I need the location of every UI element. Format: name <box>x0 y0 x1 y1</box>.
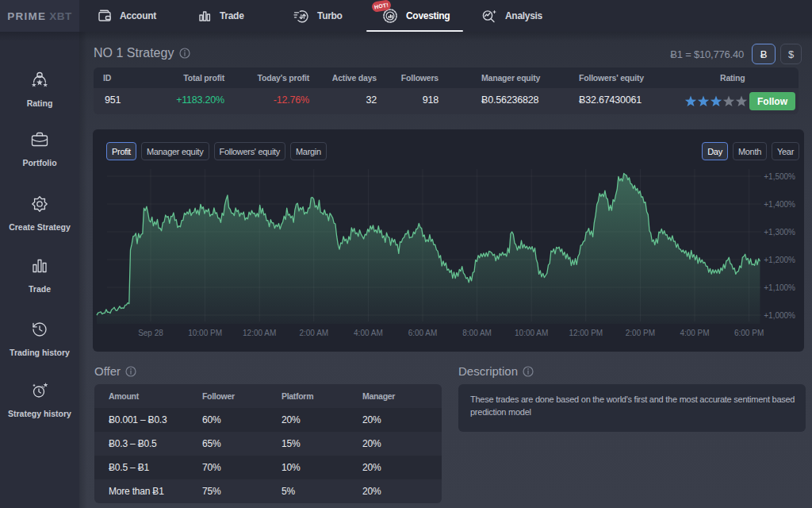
svg-text:12:00 AM: 12:00 AM <box>243 329 276 337</box>
svg-text:Sep 28: Sep 28 <box>138 329 163 337</box>
svg-text:+1,400%: +1,400% <box>764 200 795 209</box>
svg-text:6:00 PM: 6:00 PM <box>734 329 764 337</box>
svg-text:2:00 AM: 2:00 AM <box>299 329 328 337</box>
svg-text:+1,000%: +1,000% <box>764 311 795 320</box>
svg-text:10:00 AM: 10:00 AM <box>515 329 548 337</box>
svg-text:2:00 PM: 2:00 PM <box>626 329 655 337</box>
svg-text:+1,200%: +1,200% <box>764 256 795 264</box>
svg-text:+1,500%: +1,500% <box>764 172 795 181</box>
svg-text:12:00 PM: 12:00 PM <box>569 329 603 337</box>
svg-text:6:00 AM: 6:00 AM <box>408 329 438 337</box>
svg-text:+1,300%: +1,300% <box>764 228 795 237</box>
svg-text:+1,100%: +1,100% <box>764 283 795 292</box>
svg-text:10:00 PM: 10:00 PM <box>188 329 222 337</box>
svg-text:8:00 AM: 8:00 AM <box>462 329 492 337</box>
svg-text:4:00 AM: 4:00 AM <box>354 329 383 337</box>
svg-text:4:00 PM: 4:00 PM <box>680 329 709 337</box>
